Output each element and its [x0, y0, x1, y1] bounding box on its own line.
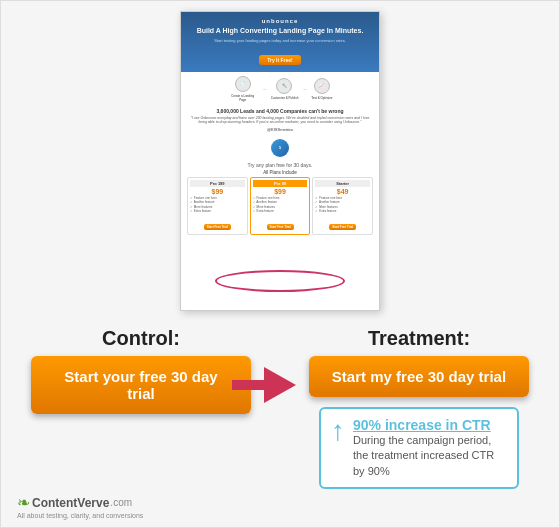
lp-icon-label-2: Customize & Publish — [271, 96, 299, 100]
treatment-side: Treatment: Start my free 30 day trial ↑ … — [309, 327, 529, 489]
lp-icon-2: 🔧 Customize & Publish — [271, 78, 299, 100]
arrow-head-right — [264, 367, 296, 403]
lp-plan-pro99: Pro 99 $99 ✓ Feature one here ✓ Another … — [250, 177, 311, 235]
lp-body: 3,600,000 Leads and 4,000 Companies can'… — [181, 104, 379, 242]
lp-plan-name-starter: Starter — [315, 180, 370, 187]
bottom-comparison: Control: Start your free 30 day trial Tr… — [11, 323, 549, 489]
lp-quote: "I use Unbounce everyday and have over 2… — [187, 116, 373, 126]
lp-plan-features-starter: ✓ Feature one here ✓ Another feature ✓ M… — [315, 196, 370, 214]
lp-free-trial-text: Try any plan free for 30 days. — [187, 162, 373, 168]
cv-dot: .com — [110, 497, 132, 508]
lp-arrow-1: → — [262, 86, 267, 92]
lp-plan-pro199: Pro 199 $99 ✓ Feature one here ✓ Another… — [187, 177, 248, 235]
lp-plan-name-pro99: Pro 99 — [253, 180, 308, 187]
lp-plan-price-starter: $49 — [315, 188, 370, 195]
cv-brand-name: ContentVerve — [32, 496, 109, 510]
ctr-text-block: 90% increase in CTR During the campaign … — [353, 417, 507, 479]
lp-plan-features-pro199: ✓ Feature one here ✓ Another feature ✓ M… — [190, 196, 245, 214]
lp-social-proof: 3,600,000 Leads and 4,000 Companies can'… — [187, 108, 373, 114]
lp-icon-circle-1: 📄 — [235, 76, 251, 92]
landing-page-preview: unbounce Build A High Converting Landing… — [180, 11, 380, 311]
lp-logo: unbounce — [185, 18, 375, 24]
lp-subtitle: Start testing your landing pages today a… — [185, 38, 375, 43]
lp-free-badge-container: 5 — [187, 135, 373, 159]
lp-arrow-2: → — [302, 86, 307, 92]
lp-cta-top-button[interactable]: Try It Free! — [259, 55, 301, 65]
lp-icon-circle-3: 📈 — [314, 78, 330, 94]
lp-plans-header: All Plans Include — [187, 170, 373, 175]
lp-plan-price-pro99: $99 — [253, 188, 308, 195]
lp-icon-circle-2: 🔧 — [276, 78, 292, 94]
ctr-headline: 90% increase in CTR — [353, 417, 507, 433]
ctr-description: During the campaign period, the treatmen… — [353, 433, 507, 479]
control-cta-button[interactable]: Start your free 30 day trial — [31, 356, 251, 414]
ctr-up-arrow-icon: ↑ — [331, 417, 345, 445]
contentverve-logo: ❧ ContentVerve .com All about testing, c… — [17, 493, 143, 519]
lp-plans-row: Pro 199 $99 ✓ Feature one here ✓ Another… — [187, 177, 373, 235]
arrow-container — [264, 327, 296, 403]
lp-title: Build A High Converting Landing Page In … — [185, 27, 375, 35]
ctr-badge: ↑ 90% increase in CTR During the campaig… — [319, 407, 519, 489]
arrow-wrapper — [264, 367, 296, 403]
treatment-cta-button[interactable]: Start my free 30 day trial — [309, 356, 529, 397]
main-container: unbounce Build A High Converting Landing… — [0, 0, 560, 528]
lp-plan-btn-pro199[interactable]: Start Free Trial — [204, 224, 231, 230]
lp-header: unbounce Build A High Converting Landing… — [181, 12, 379, 72]
lp-plan-features-pro99: ✓ Feature one here ✓ Another feature ✓ M… — [253, 196, 308, 214]
cv-tagline: All about testing, clarity, and conversi… — [17, 512, 143, 519]
lp-icons-section: 📄 Create a Landing Page → 🔧 Customize & … — [181, 72, 379, 104]
control-side: Control: Start your free 30 day trial — [31, 327, 251, 414]
lp-free-badge: 5 — [271, 139, 289, 157]
lp-icon-1: 📄 Create a Landing Page — [228, 76, 258, 102]
treatment-label: Treatment: — [368, 327, 470, 350]
cv-logo-row: ❧ ContentVerve .com — [17, 493, 132, 512]
lp-icon-3: 📈 Test & Optimize — [311, 78, 332, 100]
cv-leaf-icon: ❧ — [17, 493, 30, 512]
control-label: Control: — [102, 327, 180, 350]
lp-icon-label-1: Create a Landing Page — [228, 94, 258, 102]
lp-plan-btn-starter[interactable]: Start Free Trial — [329, 224, 356, 230]
lp-icon-label-3: Test & Optimize — [311, 96, 332, 100]
lp-plan-starter: Starter $49 ✓ Feature one here ✓ Another… — [312, 177, 373, 235]
lp-plan-btn-pro99[interactable]: Start Free Trial — [267, 224, 294, 230]
lp-plan-price-pro199: $99 — [190, 188, 245, 195]
lp-plan-name-pro199: Pro 199 — [190, 180, 245, 187]
lp-kissmetrics: @KISSmetrics — [187, 127, 373, 132]
oval-highlight — [215, 270, 345, 292]
